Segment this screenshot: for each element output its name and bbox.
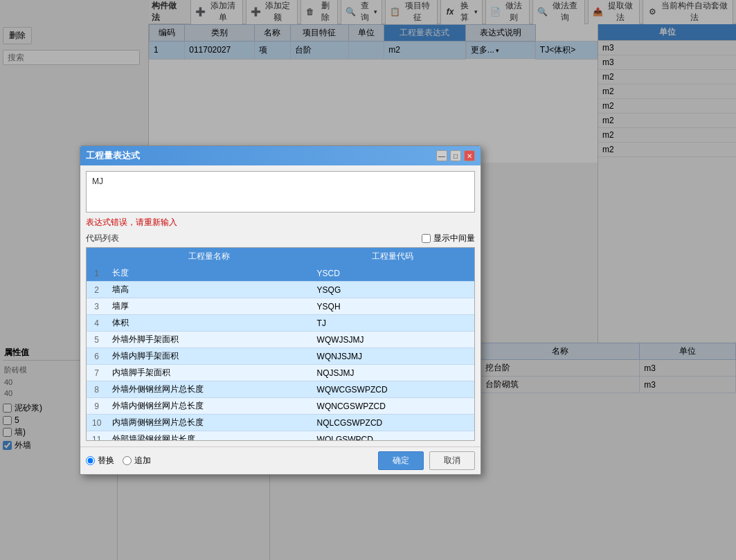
code-table-wrapper: 工程量名称 工程量代码 1 长度 YSCD 2 墙高 YSQG 3 墙厚 YSQ… (86, 247, 475, 441)
radio-replace[interactable]: 替换 (86, 455, 114, 467)
code-table-row[interactable]: 7 内墙脚手架面积 NQJSJMJ (87, 365, 474, 381)
minimize-btn[interactable]: — (436, 150, 447, 161)
col-empty (87, 248, 107, 265)
row-num: 5 (87, 332, 107, 348)
row-name: 外部墙梁钢丝网片长度 (107, 431, 311, 442)
code-table-row[interactable]: 6 外墙内脚手架面积 WQNJSJMJ (87, 348, 474, 365)
radio-add-label: 追加 (134, 455, 151, 467)
row-code: NQJSJMJ (312, 365, 474, 381)
row-name: 体积 (107, 315, 311, 332)
code-table-row[interactable]: 1 长度 YSCD (87, 265, 474, 282)
row-code: WQNCGSWPZCD (312, 398, 474, 415)
formula-value: MJ (92, 177, 103, 186)
row-name: 内墙两侧钢丝网片总长度 (107, 415, 311, 431)
row-name: 外墙内脚手架面积 (107, 348, 311, 365)
modal-titlebar: 工程量表达式 — □ ✕ (80, 146, 481, 165)
code-table-row[interactable]: 10 内墙两侧钢丝网片总长度 NQLCGSWPZCD (87, 415, 474, 431)
close-btn[interactable]: ✕ (464, 150, 475, 161)
row-name: 外墙外侧钢丝网片总长度 (107, 381, 311, 398)
show-middle-text: 显示中间量 (433, 233, 475, 244)
code-table-row[interactable]: 8 外墙外侧钢丝网片总长度 WQWCGSWPZCD (87, 381, 474, 398)
row-num: 4 (87, 315, 107, 332)
radio-add[interactable]: 追加 (123, 455, 151, 467)
row-num: 11 (87, 431, 107, 442)
col-qty-code: 工程量代码 (312, 248, 474, 265)
radio-group: 替换 追加 (86, 455, 151, 467)
code-table-row[interactable]: 4 体积 TJ (87, 315, 474, 332)
row-code: TJ (312, 315, 474, 332)
code-list-label: 代码列表 (86, 233, 119, 244)
radio-replace-label: 替换 (98, 455, 114, 467)
row-num: 2 (87, 282, 107, 298)
row-code: WQNJSJMJ (312, 348, 474, 365)
row-code: YSCD (312, 265, 474, 282)
row-code: WQLGSWPCD (312, 431, 474, 442)
confirm-btn[interactable]: 确定 (378, 451, 424, 470)
radio-replace-input[interactable] (86, 456, 95, 465)
error-text: 表达式错误，请重新输入 (86, 217, 475, 228)
row-name: 外墙内侧钢丝网片总长度 (107, 398, 311, 415)
code-table-row[interactable]: 9 外墙内侧钢丝网片总长度 WQNCGSWPZCD (87, 398, 474, 415)
show-middle-label[interactable]: 显示中间量 (422, 233, 475, 244)
show-middle-checkbox[interactable] (422, 234, 431, 243)
row-name: 长度 (107, 265, 311, 282)
row-name: 外墙外脚手架面积 (107, 332, 311, 348)
code-list-header: 代码列表 显示中间量 (86, 233, 475, 244)
row-num: 7 (87, 365, 107, 381)
code-table-row[interactable]: 3 墙厚 YSQH (87, 298, 474, 315)
radio-add-input[interactable] (123, 456, 132, 465)
row-code: YSQG (312, 282, 474, 298)
code-table-row[interactable]: 2 墙高 YSQG (87, 282, 474, 298)
row-num: 3 (87, 298, 107, 315)
row-code: YSQH (312, 298, 474, 315)
code-table-row[interactable]: 11 外部墙梁钢丝网片长度 WQLGSWPCD (87, 431, 474, 442)
modal-title: 工程量表达式 (86, 150, 140, 162)
row-code: WQWJSJMJ (312, 332, 474, 348)
row-num: 6 (87, 348, 107, 365)
row-name: 内墙脚手架面积 (107, 365, 311, 381)
row-num: 1 (87, 265, 107, 282)
modal-footer: 替换 追加 确定 取消 (80, 446, 481, 474)
code-table-row[interactable]: 5 外墙外脚手架面积 WQWJSJMJ (87, 332, 474, 348)
row-num: 10 (87, 415, 107, 431)
row-code: WQWCGSWPZCD (312, 381, 474, 398)
modal-body: MJ 表达式错误，请重新输入 代码列表 显示中间量 工程量名称 工程量代码 (80, 165, 481, 446)
code-table: 工程量名称 工程量代码 1 长度 YSCD 2 墙高 YSQG 3 墙厚 YSQ… (87, 248, 474, 441)
restore-btn[interactable]: □ (450, 150, 461, 161)
row-name: 墙高 (107, 282, 311, 298)
row-num: 8 (87, 381, 107, 398)
modal-controls: — □ ✕ (436, 150, 475, 161)
formula-input[interactable]: MJ (86, 171, 475, 213)
row-code: NQLCGSWPZCD (312, 415, 474, 431)
row-name: 墙厚 (107, 298, 311, 315)
row-num: 9 (87, 398, 107, 415)
btn-row: 确定 取消 (378, 451, 475, 470)
cancel-btn[interactable]: 取消 (429, 451, 475, 470)
modal-dialog: 工程量表达式 — □ ✕ MJ 表达式错误，请重新输入 代码列表 显示中间量 (80, 145, 481, 475)
col-qty-name: 工程量名称 (107, 248, 311, 265)
